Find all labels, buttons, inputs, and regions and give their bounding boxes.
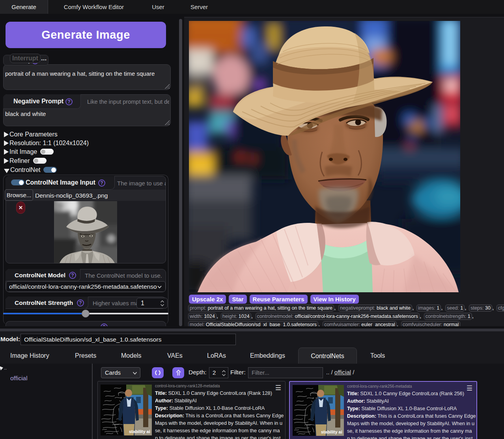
svg-text:stability ai: stability ai	[321, 430, 342, 434]
svg-text:stability ai: stability ai	[129, 429, 150, 434]
